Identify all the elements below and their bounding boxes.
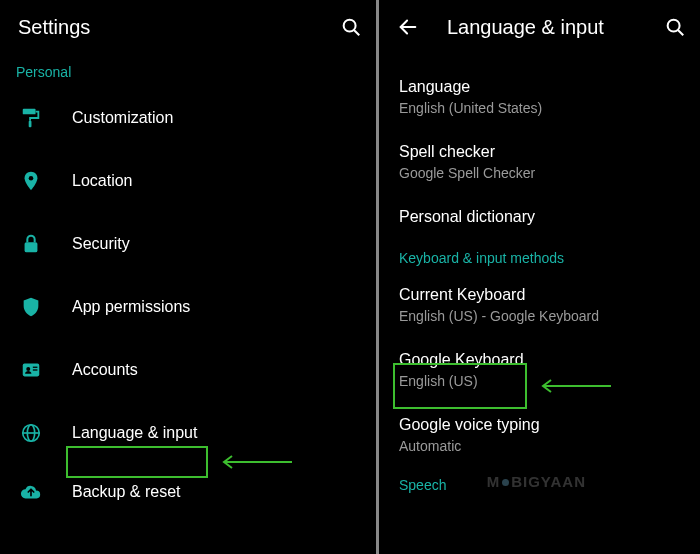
pref-title: Google Keyboard: [399, 350, 680, 371]
globe-icon: [16, 422, 72, 444]
location-pin-icon: [16, 170, 72, 192]
settings-header: Settings: [0, 0, 376, 54]
section-personal-label: Personal: [0, 54, 376, 86]
pref-item-spell-checker[interactable]: Spell checker Google Spell Checker: [379, 129, 700, 194]
back-arrow-icon: [397, 16, 419, 38]
settings-item-label: Backup & reset: [72, 483, 360, 501]
svg-point-15: [668, 20, 680, 32]
accounts-icon: [16, 359, 72, 381]
page-title: Language & input: [447, 16, 664, 39]
pref-item-google-voice-typing[interactable]: Google voice typing Automatic: [379, 402, 700, 467]
language-input-header: Language & input: [379, 0, 700, 54]
pref-title: Language: [399, 77, 680, 98]
pref-title: Google voice typing: [399, 415, 680, 436]
section-keyboard-label: Keyboard & input methods: [379, 240, 700, 272]
pref-subtitle: Google Spell Checker: [399, 165, 680, 181]
pref-title: Personal dictionary: [399, 207, 680, 228]
svg-line-1: [354, 30, 359, 35]
search-button[interactable]: [340, 16, 362, 38]
pref-item-google-keyboard[interactable]: Google Keyboard English (US): [379, 337, 700, 402]
pref-subtitle: English (United States): [399, 100, 680, 116]
svg-rect-5: [25, 242, 38, 252]
settings-item-label: App permissions: [72, 298, 360, 316]
settings-item-language-input[interactable]: Language & input: [0, 401, 376, 464]
settings-item-label: Location: [72, 172, 360, 190]
pref-item-language[interactable]: Language English (United States): [379, 64, 700, 129]
shield-icon: [16, 296, 72, 318]
settings-list: Customization Location Security App perm…: [0, 86, 376, 520]
settings-item-security[interactable]: Security: [0, 212, 376, 275]
backup-icon: [16, 481, 72, 503]
search-button[interactable]: [664, 16, 686, 38]
page-title: Settings: [18, 16, 340, 39]
pref-subtitle: English (US): [399, 373, 680, 389]
pref-title: Current Keyboard: [399, 285, 680, 306]
settings-item-location[interactable]: Location: [0, 149, 376, 212]
language-input-screen: Language & input Language English (Unite…: [379, 0, 700, 554]
settings-screen: Settings Personal Customization Location: [0, 0, 376, 554]
settings-item-accounts[interactable]: Accounts: [0, 338, 376, 401]
svg-point-0: [344, 20, 356, 32]
lock-icon: [16, 233, 72, 255]
settings-item-label: Security: [72, 235, 360, 253]
pref-item-personal-dictionary[interactable]: Personal dictionary: [379, 194, 700, 241]
settings-item-label: Accounts: [72, 361, 360, 379]
search-icon: [664, 16, 686, 38]
settings-item-label: Customization: [72, 109, 360, 127]
pref-title: Spell checker: [399, 142, 680, 163]
pref-subtitle: English (US) - Google Keyboard: [399, 308, 680, 324]
svg-point-4: [29, 175, 34, 180]
back-button[interactable]: [397, 16, 419, 38]
pref-subtitle: Automatic: [399, 438, 680, 454]
svg-line-16: [678, 30, 683, 35]
settings-item-customization[interactable]: Customization: [0, 86, 376, 149]
settings-item-label: Language & input: [72, 424, 360, 442]
paint-roller-icon: [16, 107, 72, 129]
section-speech-label: Speech: [379, 467, 700, 499]
svg-rect-2: [23, 108, 36, 114]
pref-item-current-keyboard[interactable]: Current Keyboard English (US) - Google K…: [379, 272, 700, 337]
svg-rect-3: [29, 120, 32, 126]
settings-item-backup-reset[interactable]: Backup & reset: [0, 464, 376, 520]
settings-item-app-permissions[interactable]: App permissions: [0, 275, 376, 338]
svg-point-7: [26, 367, 30, 371]
search-icon: [340, 16, 362, 38]
